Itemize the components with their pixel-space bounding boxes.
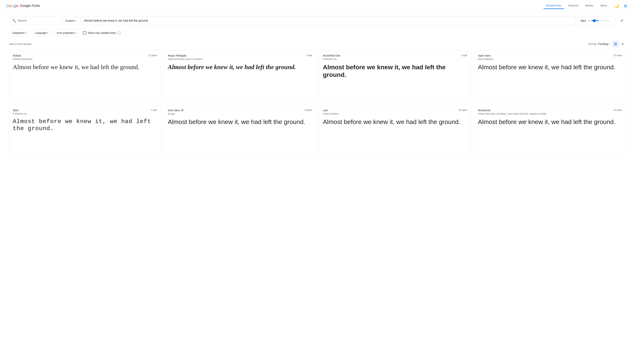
- grid-view-icon: ⊞: [614, 42, 617, 46]
- font-styles: 6 styles: [305, 109, 312, 112]
- size-control: 40px ▾: [578, 16, 615, 25]
- sort-chevron-icon: ▾: [609, 43, 610, 45]
- font-preview: Almost before we knew it, we had left th…: [168, 64, 312, 98]
- font-author: Julieta Ulanovsky, Sol Matas, Juan Pablo…: [478, 112, 622, 115]
- font-name: Open Sans: [478, 54, 491, 57]
- font-name: RocknRoll One: [323, 54, 340, 57]
- font-author: Fontworks Inc.: [323, 58, 467, 60]
- font-preview: Almost before we knew it, we had left th…: [323, 64, 467, 98]
- font-preview: Almost before we knew it, we had left th…: [478, 118, 622, 153]
- font-styles: 12 styles: [148, 54, 157, 57]
- font-properties-filter-button[interactable]: Font properties ▾: [54, 30, 79, 36]
- custom-label: Custom: [65, 19, 74, 22]
- nav-about[interactable]: About: [597, 2, 610, 9]
- font-card-akaya[interactable]: Akaya Telivigala 1 style Vaishnavi Murth…: [164, 50, 316, 102]
- font-name: Noto Sans JP: [168, 109, 184, 112]
- font-card-header: Lato 10 styles: [323, 109, 467, 112]
- font-card-opensans[interactable]: Open Sans 10 styles Steve Matteson Almos…: [474, 50, 626, 102]
- theme-icon: 🌙: [614, 4, 619, 8]
- categories-label: Categories: [12, 32, 25, 34]
- font-name: Akaya Telivigala: [168, 54, 186, 57]
- main-nav: Browse fonts Featured Articles About: [543, 2, 610, 9]
- search-box: 🔍: [9, 16, 61, 25]
- categories-filter-button[interactable]: Categories ▾: [9, 30, 30, 36]
- font-grid: Roboto 12 styles Christian Robertson Alm…: [0, 50, 635, 166]
- font-card-header: Roboto 12 styles: [13, 54, 157, 57]
- language-chevron-icon: ▾: [47, 32, 48, 34]
- font-card-montserrat[interactable]: Montserrat 18 styles Julieta Ulanovsky, …: [474, 105, 626, 157]
- search-area: 🔍 Custom ▾ 40px ▾ ↺: [0, 12, 635, 28]
- font-author: Vaishnavi Murthy, Juan Luis Blanco: [168, 58, 312, 60]
- variable-fonts-checkbox[interactable]: [83, 31, 86, 34]
- font-card-noto[interactable]: Noto Sans JP 6 styles Google Almost befo…: [164, 105, 316, 157]
- refresh-button[interactable]: ↺: [617, 16, 626, 25]
- font-name: Lato: [323, 109, 328, 112]
- view-toggle: ⊞ ≡: [612, 41, 626, 47]
- font-author: Google: [168, 112, 312, 115]
- filters-area: Categories ▾ Language ▾ Font properties …: [0, 28, 635, 39]
- theme-toggle-button[interactable]: 🌙: [613, 2, 620, 10]
- list-view-icon: ≡: [622, 42, 624, 46]
- font-styles: 1 style: [461, 54, 467, 57]
- size-chevron-icon: ▾: [588, 20, 590, 22]
- font-styles: 10 styles: [613, 54, 622, 57]
- font-properties-chevron-icon: ▾: [75, 32, 76, 34]
- results-header: 1043 of 1043 families Sort by: Trending …: [0, 39, 635, 50]
- language-label: Language: [35, 32, 47, 34]
- list-view-button[interactable]: ≡: [619, 41, 626, 47]
- search-input[interactable]: [18, 19, 58, 22]
- apps-icon: ⊞: [624, 4, 627, 8]
- font-card-rocknroll[interactable]: RocknRoll One 1 style Fontworks Inc. Alm…: [319, 50, 471, 102]
- font-card-header: Stick 1 style: [13, 109, 157, 112]
- font-preview: Almost before we knew it, we had left th…: [323, 118, 467, 153]
- font-name: Montserrat: [478, 109, 490, 112]
- header: Google Google Fonts Browse fonts Feature…: [0, 0, 635, 12]
- font-author: Steve Matteson: [478, 58, 622, 60]
- nav-featured[interactable]: Featured: [565, 2, 581, 9]
- variable-fonts-info-icon[interactable]: i: [117, 31, 121, 35]
- sort-label: Sort by:: [588, 42, 597, 46]
- logo-text: Google Fonts: [20, 4, 40, 8]
- apps-button[interactable]: ⊞: [622, 2, 629, 10]
- font-card-header: Montserrat 18 styles: [478, 109, 622, 112]
- sort-value: Trending: [598, 42, 608, 46]
- variable-fonts-label[interactable]: Show only variable fonts: [88, 32, 116, 34]
- header-icons: 🌙 ⊞: [613, 2, 629, 10]
- google-logo: Google: [6, 4, 19, 8]
- preview-text-input[interactable]: [81, 16, 576, 25]
- font-card-lato[interactable]: Lato 10 styles Łukasz Dziedzic Almost be…: [319, 105, 471, 157]
- size-slider[interactable]: [591, 20, 610, 21]
- font-preview: Almost before we knew it, we had left th…: [478, 64, 622, 98]
- refresh-icon: ↺: [620, 18, 623, 23]
- custom-chevron-icon: ▾: [75, 20, 76, 22]
- font-card-stick[interactable]: Stick 1 style Fontworks Inc. Almost befo…: [9, 105, 161, 157]
- font-properties-label: Font properties: [57, 32, 74, 34]
- font-name: Stick: [13, 109, 18, 112]
- custom-dropdown[interactable]: Custom ▾: [63, 16, 78, 25]
- grid-view-button[interactable]: ⊞: [612, 41, 619, 47]
- font-preview: Almost before we knew it, we had left th…: [13, 64, 157, 98]
- font-name: Roboto: [13, 54, 21, 57]
- nav-articles[interactable]: Articles: [582, 2, 596, 9]
- font-card-header: Open Sans 10 styles: [478, 54, 622, 57]
- logo: Google Google Fonts: [6, 4, 40, 8]
- sort-dropdown[interactable]: Sort by: Trending ▾: [588, 42, 610, 46]
- font-styles: 1 style: [306, 54, 312, 57]
- font-styles: 1 style: [151, 109, 157, 112]
- search-icon: 🔍: [12, 19, 16, 23]
- font-author: Fontworks Inc.: [13, 112, 157, 115]
- results-controls: Sort by: Trending ▾ ⊞ ≡: [588, 41, 626, 47]
- font-styles: 18 styles: [613, 109, 622, 112]
- font-preview: Almost before we knew it, we had left th…: [168, 118, 312, 153]
- size-label: 40px: [580, 19, 587, 22]
- language-filter-button[interactable]: Language ▾: [32, 30, 52, 36]
- font-card-header: Akaya Telivigala 1 style: [168, 54, 312, 57]
- font-styles: 10 styles: [459, 109, 467, 112]
- font-card-roboto[interactable]: Roboto 12 styles Christian Robertson Alm…: [9, 50, 161, 102]
- font-author: Christian Robertson: [13, 58, 157, 60]
- font-author: Łukasz Dziedzic: [323, 112, 467, 115]
- results-count: 1043 of 1043 families: [9, 43, 32, 46]
- variable-fonts-filter: Show only variable fonts i: [83, 31, 121, 35]
- nav-browse-fonts[interactable]: Browse fonts: [543, 2, 564, 9]
- font-card-header: Noto Sans JP 6 styles: [168, 109, 312, 112]
